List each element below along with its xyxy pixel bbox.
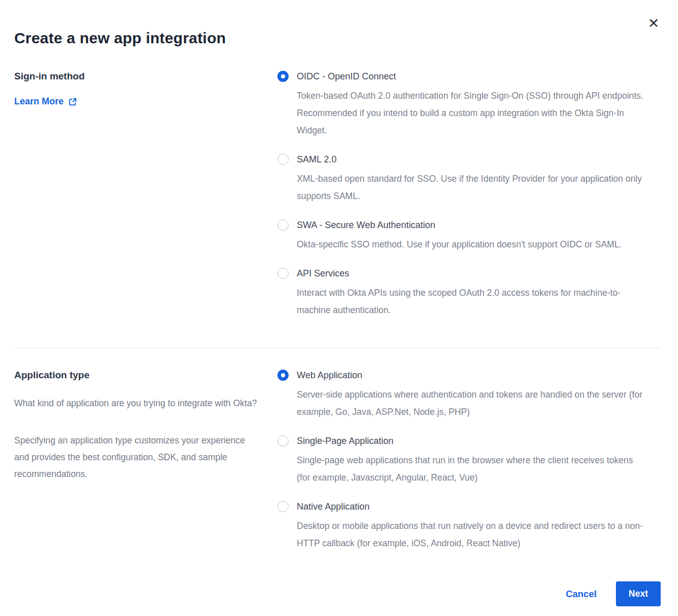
signin-option-saml[interactable]: SAML 2.0 XML-based open standard for SSO…	[277, 153, 646, 205]
radio-icon[interactable]	[277, 501, 289, 512]
cancel-button[interactable]: Cancel	[566, 589, 597, 600]
application-type-heading: Application type	[14, 369, 277, 381]
radio-icon[interactable]	[277, 268, 289, 279]
apptype-option-web[interactable]: Web Application Server-side applications…	[277, 369, 646, 421]
option-text: Web Application Server-side applications…	[297, 369, 646, 421]
option-text: SWA - Secure Web Authentication Okta-spe…	[297, 219, 622, 253]
signin-option-api-services-description: Interact with Okta APIs using the scoped…	[297, 284, 646, 319]
create-app-integration-dialog: ✕ Create a new app integration Sign-in m…	[0, 0, 678, 616]
signin-option-swa[interactable]: SWA - Secure Web Authentication Okta-spe…	[277, 219, 646, 253]
signin-option-swa-label[interactable]: SWA - Secure Web Authentication	[297, 219, 622, 231]
apptype-option-native-description: Desktop or mobile applications that run …	[297, 517, 646, 552]
signin-method-left-column: Sign-in method Learn More	[14, 70, 277, 107]
dialog-title: Create a new app integration	[14, 30, 661, 47]
option-text: SAML 2.0 XML-based open standard for SSO…	[297, 153, 646, 205]
apptype-option-web-description: Server-side applications where authentic…	[297, 386, 646, 421]
learn-more-link[interactable]: Learn More	[14, 96, 77, 107]
radio-icon[interactable]	[277, 435, 289, 446]
apptype-option-native-label[interactable]: Native Application	[297, 500, 646, 513]
application-type-explanation: Specifying an application type customize…	[14, 432, 260, 483]
signin-option-oidc-label[interactable]: OIDC - OpenID Connect	[297, 70, 646, 82]
signin-option-oidc-description: Token-based OAuth 2.0 authentication for…	[297, 87, 646, 139]
signin-method-options: OIDC - OpenID Connect Token-based OAuth …	[277, 70, 646, 319]
dialog-footer: Cancel Next	[14, 581, 661, 606]
option-text: Single-Page Application Single-page web …	[297, 435, 646, 486]
application-type-options: Web Application Server-side applications…	[277, 369, 646, 552]
apptype-option-web-label[interactable]: Web Application	[297, 369, 646, 381]
section-divider	[14, 348, 661, 348]
application-type-section: Application type What kind of applicatio…	[14, 369, 661, 552]
signin-option-api-services-label[interactable]: API Services	[297, 267, 646, 279]
option-text: Native Application Desktop or mobile app…	[297, 500, 646, 552]
application-type-left-column: Application type What kind of applicatio…	[14, 369, 277, 483]
next-button[interactable]: Next	[616, 581, 661, 606]
signin-option-swa-description: Okta-specific SSO method. Use if your ap…	[297, 236, 622, 253]
apptype-option-spa-description: Single-page web applications that run in…	[297, 452, 646, 486]
apptype-option-spa-label[interactable]: Single-Page Application	[297, 435, 646, 447]
signin-option-saml-label[interactable]: SAML 2.0	[297, 153, 646, 165]
apptype-option-spa[interactable]: Single-Page Application Single-page web …	[277, 435, 646, 486]
radio-icon[interactable]	[277, 370, 289, 381]
signin-method-section: Sign-in method Learn More OIDC - OpenID …	[14, 70, 661, 319]
option-text: OIDC - OpenID Connect Token-based OAuth …	[297, 70, 646, 139]
close-icon[interactable]: ✕	[645, 15, 662, 32]
radio-icon[interactable]	[277, 154, 289, 165]
application-type-question: What kind of application are you trying …	[14, 395, 260, 412]
radio-icon[interactable]	[277, 71, 289, 82]
signin-option-oidc[interactable]: OIDC - OpenID Connect Token-based OAuth …	[277, 70, 646, 139]
option-text: API Services Interact with Okta APIs usi…	[297, 267, 646, 319]
learn-more-label: Learn More	[14, 96, 64, 107]
radio-icon[interactable]	[277, 219, 289, 231]
signin-method-heading: Sign-in method	[14, 70, 277, 82]
signin-option-api-services[interactable]: API Services Interact with Okta APIs usi…	[277, 267, 646, 319]
external-link-icon	[68, 97, 77, 106]
signin-option-saml-description: XML-based open standard for SSO. Use if …	[297, 170, 646, 205]
apptype-option-native[interactable]: Native Application Desktop or mobile app…	[277, 500, 646, 552]
